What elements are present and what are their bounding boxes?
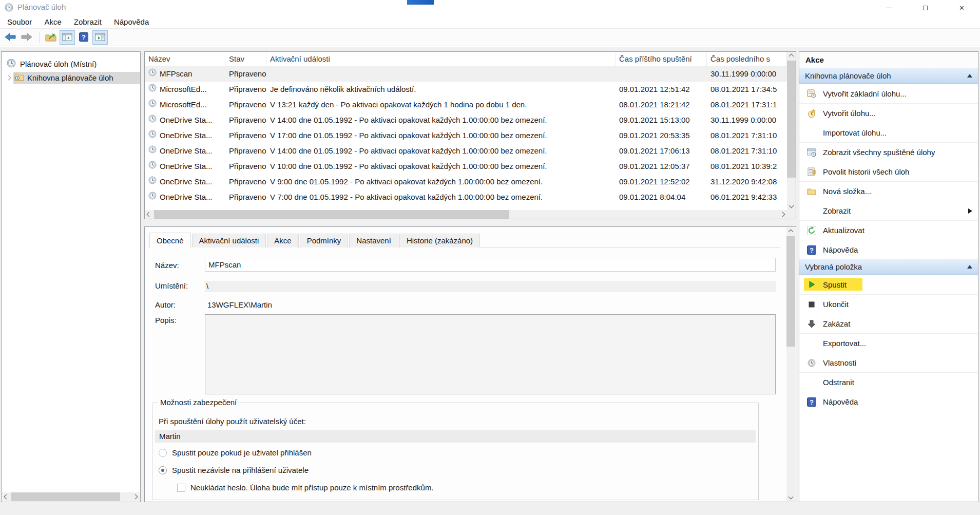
table-row[interactable]: OneDrive Sta... Připraveno V 7:00 dne 01… — [145, 189, 787, 205]
collapse-icon[interactable] — [967, 265, 972, 269]
action-item[interactable]: Zobrazit všechny spuštěné úlohy — [799, 142, 978, 162]
action-item-label: Zakázat — [823, 319, 850, 328]
task-clock-icon — [148, 128, 157, 143]
radio-icon[interactable] — [159, 449, 167, 457]
column-header[interactable]: Stav — [225, 52, 266, 66]
tab[interactable]: Nastavení — [349, 234, 398, 247]
tab[interactable]: Obecné — [149, 233, 191, 247]
task-location-value: \ — [205, 281, 776, 292]
radio-run-any[interactable]: Spustit nezávisle na přihlášení uživatel… — [159, 466, 309, 474]
console-pane-toggle-button[interactable] — [60, 30, 75, 45]
menu-item[interactable]: Nápověda — [108, 16, 155, 28]
task-status: Připraveno — [225, 128, 266, 143]
task-name-input[interactable] — [205, 258, 776, 272]
column-header[interactable]: Čas posledního s — [707, 52, 787, 66]
tree-selection[interactable]: Knihovna plánovače úloh — [13, 72, 140, 84]
action-item[interactable]: Ukončit — [799, 294, 978, 314]
checkbox-no-password[interactable]: Neukládat heslo. Úloha bude mít přístup … — [177, 483, 434, 492]
table-row[interactable]: MFPscan Připraveno 30.11.1999 0:00:00 — [145, 66, 787, 82]
column-header[interactable]: Čas příštího spuštění — [616, 52, 707, 66]
table-row[interactable]: MicrosoftEd... Připraveno Je definováno … — [145, 82, 787, 97]
scroll-down-button[interactable] — [786, 492, 795, 501]
tree-child-label: Knihovna plánovače úloh — [27, 73, 113, 82]
action-item[interactable]: Zakázat — [799, 314, 978, 333]
action-item-label: Odstranit — [823, 378, 854, 387]
minimize-button[interactable] — [871, 0, 907, 15]
column-header[interactable]: Aktivační události — [266, 52, 616, 66]
tab[interactable]: Akce — [267, 234, 298, 247]
action-item[interactable]: Exportovat... — [799, 333, 978, 353]
task-name: OneDrive Sta... — [160, 128, 213, 143]
tab[interactable]: Podmínky — [300, 234, 349, 247]
menu-item[interactable]: Zobrazit — [68, 16, 108, 28]
back-button[interactable] — [3, 30, 18, 45]
tab[interactable]: Aktivační události — [192, 234, 266, 247]
details-vscrollbar[interactable] — [786, 227, 795, 501]
action-item[interactable]: Nová složka... — [799, 181, 978, 201]
table-row[interactable]: OneDrive Sta... Připraveno V 14:00 dne 0… — [145, 112, 787, 128]
help-icon: ? — [806, 397, 817, 407]
column-header[interactable]: Název — [145, 52, 225, 66]
task-trigger — [266, 66, 616, 82]
author-label: Autor: — [155, 300, 176, 309]
action-item-label: Spustit — [823, 280, 847, 289]
action-item[interactable]: Povolit historii všech úloh — [799, 162, 978, 181]
collapse-icon[interactable] — [967, 74, 972, 78]
radio-checked-icon[interactable] — [159, 466, 167, 474]
action-item[interactable]: ? Nápověda — [799, 240, 978, 259]
action-item[interactable]: Spustit — [799, 275, 978, 294]
scrollbar-thumb[interactable] — [786, 236, 795, 347]
task-description-box[interactable] — [205, 314, 776, 394]
forward-button[interactable] — [19, 30, 34, 45]
scrollbar-thumb[interactable] — [154, 210, 509, 219]
action-pane-toggle-button[interactable] — [92, 30, 108, 45]
scrollbar-thumb[interactable] — [11, 492, 120, 501]
scroll-right-button[interactable] — [131, 492, 140, 501]
table-row[interactable]: MicrosoftEd... Připraveno V 13:21 každý … — [145, 97, 787, 112]
tree-item-task-library[interactable]: Knihovna plánovače úloh — [2, 71, 140, 85]
scroll-left-button[interactable] — [145, 210, 153, 219]
action-item[interactable]: Vytvořit úlohu... — [799, 103, 978, 123]
tree-item-task-scheduler-root[interactable]: Plánovač úloh (Místní) — [2, 57, 140, 71]
scroll-left-button[interactable] — [2, 492, 11, 501]
task-trigger: V 10:00 dne 01.05.1992 - Po aktivaci opa… — [266, 159, 616, 174]
task-list-hscrollbar[interactable] — [145, 210, 787, 219]
checkbox-icon[interactable] — [177, 484, 185, 492]
show-console-tree-button[interactable] — [43, 30, 59, 45]
action-item-label: Povolit historii všech úloh — [823, 167, 909, 176]
action-item[interactable]: Aktualizovat — [799, 220, 978, 240]
action-section-header[interactable]: Knihovna plánovače úloh — [799, 68, 978, 84]
menu-item[interactable]: Akce — [38, 16, 67, 28]
menu-item[interactable]: Soubor — [1, 16, 38, 28]
expander-icon[interactable] — [6, 75, 11, 81]
scroll-down-button[interactable] — [787, 201, 796, 210]
svg-text:?: ? — [810, 398, 814, 406]
task-status: Připraveno — [225, 112, 266, 128]
help-button[interactable]: ? — [76, 30, 91, 45]
table-row[interactable]: OneDrive Sta... Připraveno V 9:00 dne 01… — [145, 174, 787, 189]
help-icon: ? — [79, 32, 88, 43]
table-row[interactable]: OneDrive Sta... Připraveno V 17:00 dne 0… — [145, 128, 787, 143]
action-section-header[interactable]: Vybraná položka — [799, 259, 978, 275]
task-clock-icon — [148, 143, 157, 159]
tab[interactable]: Historie (zakázáno) — [399, 234, 480, 247]
task-list-vscrollbar[interactable] — [787, 52, 796, 210]
tree-horizontal-scrollbar[interactable] — [2, 492, 140, 501]
action-item[interactable]: Vlastnosti — [799, 353, 978, 372]
scroll-up-button[interactable] — [786, 227, 795, 236]
action-item[interactable]: ? Nápověda — [799, 392, 978, 411]
scrollbar-thumb[interactable] — [787, 61, 796, 178]
scroll-right-button[interactable] — [778, 210, 787, 219]
radio-run-logged-on[interactable]: Spustit pouze pokud je uživatel přihláše… — [159, 448, 312, 457]
table-row[interactable]: OneDrive Sta... Připraveno V 14:00 dne 0… — [145, 143, 787, 159]
action-item[interactable]: Zobrazit — [799, 201, 978, 220]
restore-button[interactable] — [907, 0, 944, 15]
create-task-icon — [806, 108, 817, 119]
table-row[interactable]: OneDrive Sta... Připraveno V 10:00 dne 0… — [145, 159, 787, 174]
scroll-up-button[interactable] — [787, 52, 796, 61]
action-item[interactable]: Odstranit — [799, 372, 978, 392]
task-name: OneDrive Sta... — [160, 159, 213, 174]
action-item[interactable]: Importovat úlohu... — [799, 123, 978, 142]
close-button[interactable]: ✕ — [944, 0, 980, 15]
action-item[interactable]: Vytvořit základní úlohu... — [799, 84, 978, 103]
